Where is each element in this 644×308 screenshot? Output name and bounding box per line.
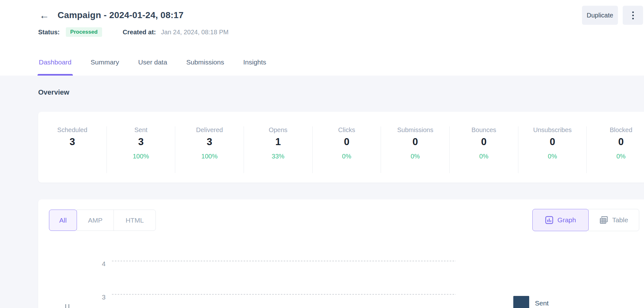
tab-label: Submissions [186, 58, 224, 66]
view-toggle-group: Graph Table [533, 209, 639, 231]
stat-label: Scheduled [38, 126, 107, 134]
stat-percent: 33% [244, 153, 312, 160]
format-filter-group: All AMP HTML [49, 210, 156, 231]
stat-percent: 0% [587, 153, 644, 160]
tab[interactable]: Submissions [186, 58, 225, 76]
stat-column: Bounces 0 0% [449, 126, 518, 173]
format-filter-button[interactable]: HTML [114, 210, 156, 231]
stat-column: Clicks 0 0% [312, 126, 381, 173]
stat-value: 0 [381, 136, 449, 148]
tab[interactable]: Dashboard [38, 58, 72, 76]
dashboard-content: Overview Scheduled 3 Sent 3 100% Deliver… [0, 76, 644, 308]
stat-label: Blocked [587, 126, 644, 134]
tab[interactable]: Insights [243, 58, 267, 76]
clipped-text-fragment [65, 304, 69, 308]
stat-value: 0 [587, 136, 644, 148]
stat-percent: 0% [381, 153, 449, 160]
table-icon [599, 216, 608, 224]
duplicate-button[interactable]: Duplicate [582, 6, 618, 25]
format-filter-button[interactable]: All [49, 210, 77, 231]
y-axis-tick-4: 4 [93, 260, 106, 268]
filter-label: HTML [126, 217, 144, 224]
table-view-button[interactable]: Table [588, 209, 639, 231]
campaign-detail-page: ← Campaign - 2024-01-24, 08:17 Duplicate… [0, 0, 644, 308]
overview-heading: Overview [38, 88, 69, 97]
table-view-label: Table [612, 216, 628, 224]
tab-label: Insights [243, 58, 266, 66]
stat-value: 0 [313, 136, 381, 148]
status-badge: Processed [66, 27, 102, 37]
chart-legend: Sent [513, 296, 549, 308]
created-at-value: Jan 24, 2024, 08:18 PM [161, 29, 228, 36]
graph-view-button[interactable]: Graph [532, 209, 589, 231]
tab[interactable]: Summary [90, 58, 120, 76]
stat-label: Submissions [381, 126, 449, 134]
stat-label: Sent [107, 126, 175, 134]
stat-label: Bounces [450, 126, 518, 134]
back-arrow-icon[interactable]: ← [38, 10, 51, 20]
stat-column: Sent 3 100% [107, 126, 175, 173]
gridline-y3 [112, 294, 456, 295]
format-filter-button[interactable]: AMP [77, 210, 114, 231]
legend-label-sent: Sent [535, 299, 549, 307]
overview-stats-card: Scheduled 3 Sent 3 100% Delivered 3 100% [38, 112, 644, 183]
filter-label: All [59, 217, 66, 224]
page-header: ← Campaign - 2024-01-24, 08:17 Duplicate… [0, 0, 644, 76]
chart-card: All AMP HTML [38, 199, 644, 308]
stat-column: Blocked 0 0% [586, 126, 644, 173]
tab-bar: Dashboard Summary User data Submissions … [38, 58, 285, 76]
stat-value: 3 [175, 136, 244, 148]
tab[interactable]: User data [138, 58, 168, 76]
stat-column: Scheduled 3 [38, 126, 107, 173]
bar-chart-icon [545, 216, 553, 224]
filter-label: AMP [88, 217, 103, 224]
tab-label: Summary [91, 58, 119, 66]
stat-percent: 0% [313, 153, 381, 160]
legend-color-swatch-sent [513, 296, 529, 308]
title-row: ← Campaign - 2024-01-24, 08:17 [38, 6, 184, 25]
stat-percent [38, 153, 107, 160]
stat-percent: 100% [175, 153, 244, 160]
stat-label: Clicks [313, 126, 381, 134]
stat-column: Opens 1 33% [244, 126, 312, 173]
graph-view-label: Graph [557, 216, 576, 224]
stat-value: 3 [107, 136, 175, 148]
stat-percent: 0% [450, 153, 518, 160]
stat-label: Opens [244, 126, 312, 134]
y-axis-tick-3: 3 [93, 293, 106, 301]
stat-percent: 0% [518, 153, 587, 160]
stat-value: 3 [38, 136, 107, 148]
stat-column: Submissions 0 0% [381, 126, 449, 173]
stat-column: Delivered 3 100% [175, 126, 244, 173]
created-at-group: Created at: Jan 24, 2024, 08:18 PM [123, 29, 229, 36]
status-row: Status: Processed Created at: Jan 24, 20… [38, 27, 229, 37]
stat-label: Unsubscribes [518, 126, 587, 134]
created-at-label: Created at: [123, 29, 156, 36]
page-title: Campaign - 2024-01-24, 08:17 [58, 10, 184, 20]
stat-percent: 100% [107, 153, 175, 160]
stat-column: Unsubscribes 0 0% [518, 126, 587, 173]
stat-value: 0 [518, 136, 587, 148]
tab-label: User data [138, 58, 167, 66]
stat-value: 1 [244, 136, 312, 148]
kebab-menu-icon [632, 11, 634, 13]
gridline-y4 [112, 261, 456, 261]
status-label: Status: [38, 29, 60, 36]
stat-value: 0 [450, 136, 518, 148]
kebab-menu-button[interactable] [623, 6, 643, 25]
stat-label: Delivered [175, 126, 244, 134]
tab-label: Dashboard [39, 58, 72, 66]
